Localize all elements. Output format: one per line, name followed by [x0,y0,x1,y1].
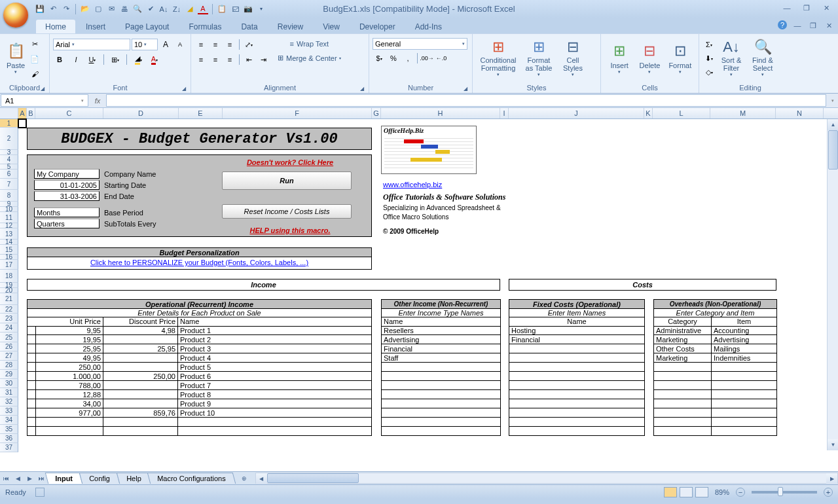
table-cell[interactable] [103,353,178,363]
row-23[interactable]: 23 [0,314,18,323]
tab-formulas[interactable]: Formulas [179,20,230,33]
start-date-field[interactable]: 01-01-2005 [34,180,100,190]
table-cell[interactable] [381,363,501,372]
table-cell[interactable] [27,372,36,381]
scroll-left-icon[interactable]: ◀ [256,473,267,484]
horizontal-scrollbar[interactable]: ◀ ▶ [255,473,838,484]
row-10[interactable]: 10 [0,207,18,212]
officehelp-url-link[interactable]: www.officehelp.biz [381,181,444,189]
row-18[interactable]: 18 [0,270,18,283]
table-cell[interactable]: 788,00 [35,381,103,390]
table-cell[interactable]: Indemnities [711,353,777,363]
clear-icon[interactable]: ◇▾ [702,65,716,79]
tab-home[interactable]: Home [36,20,75,33]
table-cell[interactable]: 19,95 [35,335,103,344]
col-H[interactable]: H [381,108,500,118]
row-22[interactable]: 22 [0,305,18,314]
base-period-field[interactable]: Months [34,207,100,217]
percent-icon[interactable]: % [387,52,400,65]
table-cell[interactable]: Product 3 [177,344,372,353]
close-icon[interactable]: ✕ [818,3,834,13]
orientation-icon[interactable]: ⤢▾ [242,38,255,51]
align-right-icon[interactable]: ≡ [223,53,236,66]
name-box[interactable]: A1▾ [1,94,88,107]
table-cell[interactable] [711,390,777,399]
vertical-scrollbar[interactable]: ▲ ▼ [827,119,838,450]
worksheet-grid[interactable]: A B C D E F G H I J K L M N 123456789101… [0,108,838,471]
table-cell[interactable] [27,326,36,335]
help-macro-link[interactable]: HELP using this macro. [221,226,359,234]
table-cell[interactable]: 4,98 [103,326,178,335]
conditional-formatting-button[interactable]: ⊞Conditional Formatting▾ [476,36,520,79]
doesnt-work-link[interactable]: Doesn't work? Click Here [221,158,359,166]
table-cell[interactable] [103,381,178,390]
autosum-icon[interactable]: Σ▾ [702,38,716,51]
tab-data[interactable]: Data [232,20,266,33]
table-cell[interactable] [27,408,36,418]
table-cell[interactable] [509,353,645,363]
table-cell[interactable] [711,381,777,390]
table-cell[interactable] [177,418,372,427]
table-cell[interactable] [103,399,178,408]
row-21[interactable]: 21 [0,293,18,305]
decrease-indent-icon[interactable]: ⇤ [242,53,255,66]
font-color-icon[interactable]: A [198,4,208,14]
sheet-tab-input[interactable]: Input [45,473,82,484]
qat-more-icon[interactable]: ▾ [256,4,266,14]
align-middle-icon[interactable]: ≡ [209,38,222,51]
row-5[interactable]: 5 [0,164,18,170]
row-31[interactable]: 31 [0,388,18,397]
table-cell[interactable] [27,390,36,399]
table-cell[interactable]: Product 5 [177,363,372,372]
format-as-table-button[interactable]: ⊞Format as Table▾ [520,36,557,79]
table-cell[interactable] [653,372,712,381]
hscroll-thumb[interactable] [267,473,359,483]
table-cell[interactable]: Product 8 [177,390,372,399]
zoom-in-icon[interactable]: + [824,488,833,497]
zoom-level[interactable]: 89% [715,488,729,496]
row-34[interactable]: 34 [0,416,18,425]
table-cell[interactable]: Administrative [653,326,712,335]
col-N[interactable]: N [776,108,824,118]
col-J[interactable]: J [509,108,644,118]
tab-page-layout[interactable]: Page Layout [116,20,178,33]
table-cell[interactable]: Other Costs [653,344,712,353]
formula-input[interactable] [106,94,826,107]
table-cell[interactable] [103,363,178,372]
find-select-button[interactable]: 🔍Find & Select▾ [747,36,778,79]
tab-nav-next-icon[interactable]: ▶ [24,473,35,484]
row-17[interactable]: 17 [0,260,18,270]
table-cell[interactable]: Product 9 [177,399,372,408]
insert-cells-button[interactable]: ⊞Insert▾ [604,36,634,79]
table-cell[interactable]: Staff [381,353,501,363]
col-M[interactable]: M [710,108,776,118]
col-E[interactable]: E [179,108,223,118]
table-cell[interactable] [381,372,501,381]
table-cell[interactable] [27,335,36,344]
table-cell[interactable]: Marketing [653,353,712,363]
table-cell[interactable] [27,353,36,363]
table-cell[interactable] [509,381,645,390]
table-cell[interactable] [653,381,712,390]
personalize-link[interactable]: Click here to PERSONALIZE your Budget (F… [27,259,372,266]
sort-filter-button[interactable]: A↓Sort & Filter▾ [716,36,747,79]
table-cell[interactable] [509,399,645,408]
row-3[interactable]: 3 [0,150,18,155]
table-cell[interactable] [381,390,501,399]
table-cell[interactable]: Mailings [711,344,777,353]
row-2[interactable]: 2 [0,128,18,150]
table-cell[interactable] [653,418,712,427]
table-cell[interactable] [653,363,712,372]
table-cell[interactable]: 12,88 [35,390,103,399]
table-cell[interactable] [103,335,178,344]
camera-icon[interactable]: 📷 [243,4,253,14]
col-C[interactable]: C [35,108,103,118]
tab-view[interactable]: View [314,20,349,33]
macro-record-icon[interactable] [35,488,45,497]
align-center-icon[interactable]: ≡ [209,53,222,66]
page-layout-view-icon[interactable] [680,487,693,497]
new-sheet-icon[interactable]: ⊕ [238,473,250,484]
border-icon[interactable]: ⊞▾ [109,53,122,66]
font-size-combo[interactable]: 10▾ [132,39,158,50]
table-cell[interactable]: 9,95 [35,326,103,335]
